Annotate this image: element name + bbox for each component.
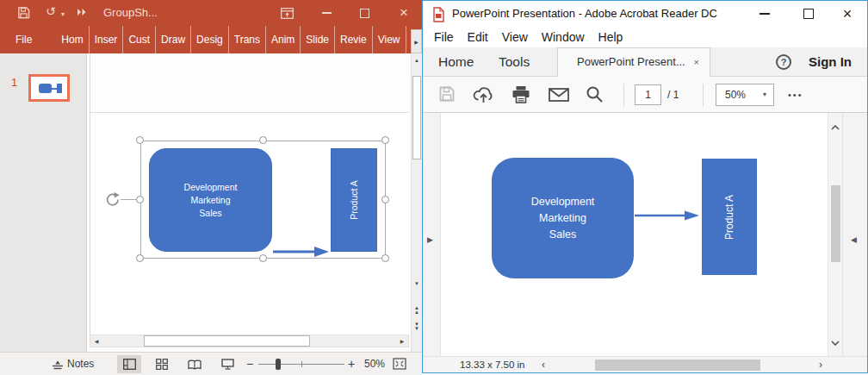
selection-handle-top-right[interactable] [381,136,389,144]
tab-document[interactable]: PowerPoint Present... × [557,47,710,77]
ppt-horizontal-scrollbar[interactable]: ◀ ▶ [90,334,409,347]
ribbon-display-options-icon[interactable] [278,0,295,26]
zoom-dropdown-caret-icon: ▾ [763,84,766,105]
selection-handle-middle-left[interactable] [136,196,144,203]
ppt-ribbon-tabs: File Hom Inser Cust Draw Desig Trans Ani… [0,26,422,53]
zoom-slider-thumb[interactable] [276,359,281,370]
ribbon-tab-view[interactable]: View [372,26,406,53]
zoom-out-button[interactable]: − [246,353,253,375]
cloud-upload-icon[interactable] [473,85,494,107]
selection-handle-bottom-middle[interactable] [259,254,267,262]
acrobat-window-title: PowerPoint Presentation - Adobe Acrobat … [452,1,717,27]
selection-handle-bottom-right[interactable] [381,254,389,262]
notes-icon[interactable] [52,359,64,372]
tab-close-icon[interactable]: × [694,48,699,76]
ribbon-tab-animations[interactable]: Anim [265,26,300,53]
product-shape-rectangle[interactable]: Product A [331,148,377,252]
print-icon[interactable] [512,85,530,107]
tab-tools[interactable]: Tools [499,47,530,77]
tab-document-label: PowerPoint Present... [577,48,685,76]
selection-handle-middle-right[interactable] [381,196,389,203]
pdf-group-shape-line: Marketing [539,210,586,227]
selection-handle-bottom-left[interactable] [136,254,144,262]
ribbon-tab-draw[interactable]: Draw [155,26,190,53]
ribbon-tab-custom[interactable]: Cust [122,26,155,53]
search-icon[interactable] [586,85,604,107]
group-shape-line: Development [184,181,238,194]
acrobat-minimize-button[interactable] [755,1,774,27]
ppt-vertical-scrollbar[interactable]: ▲ ▼ ▲▲ ▼▼ [411,53,422,352]
more-tools-icon[interactable]: ••• [788,77,803,113]
ribbon-tab-home[interactable]: Hom [56,26,88,53]
group-shape-line: Marketing [190,194,230,207]
undo-icon[interactable]: ↺ [46,4,56,18]
notes-button[interactable]: Notes [67,353,94,375]
rotation-handle-icon[interactable] [104,191,121,211]
ribbon-tab-scroll-button[interactable]: ▶ [411,29,422,53]
zoom-dropdown[interactable]: 50% ▾ [716,84,774,106]
undo-dropdown-icon[interactable]: ▾ [61,8,65,22]
slide-top-edge [90,112,409,113]
acrobat-horizontal-scrollbar-thumb[interactable] [595,359,760,371]
acrobat-menubar: File Edit View Window Help [423,27,867,47]
scroll-up-icon[interactable]: ▲ [412,57,422,64]
tab-home[interactable]: Home [438,47,474,77]
ribbon-tab-review[interactable]: Revie [334,26,372,53]
menu-view[interactable]: View [495,27,535,47]
next-slide-icon[interactable]: ▼▼ [412,322,422,331]
acrobat-maximize-button[interactable] [799,1,818,27]
save-icon[interactable] [17,6,30,22]
acrobat-vertical-scrollbar[interactable] [828,113,842,356]
scroll-left-icon[interactable]: ‹ [542,357,545,372]
navigation-pane-toggle-icon[interactable]: ▶ [427,235,433,244]
slide-thumbnail[interactable] [28,74,70,102]
ppt-close-button[interactable]: × [395,0,412,26]
fit-slide-to-window-icon[interactable] [393,358,406,372]
acrobat-vertical-scrollbar-thumb[interactable] [831,185,840,262]
menu-edit[interactable]: Edit [461,27,495,47]
ppt-maximize-button[interactable] [356,0,372,26]
menu-help[interactable]: Help [592,27,630,47]
ribbon-tab-file[interactable]: File [0,26,44,53]
sign-in-button[interactable]: Sign In [809,47,852,77]
page-total-label: / 1 [667,77,679,113]
slide-sorter-view-button[interactable] [150,355,174,373]
scroll-right-icon[interactable]: › [819,357,822,372]
page-number-input[interactable]: 1 [635,84,661,105]
previous-slide-icon[interactable]: ▲▲ [412,306,422,315]
save-icon-disabled[interactable] [438,85,456,106]
ribbon-tab-insert[interactable]: Inser [89,26,123,53]
ribbon-tab-design[interactable]: Desig [190,26,228,53]
ppt-minimize-button[interactable] [319,0,334,26]
selection-handle-top-left[interactable] [136,136,144,144]
scroll-down-icon[interactable] [831,334,840,349]
ppt-horizontal-scrollbar-thumb[interactable] [144,335,310,347]
menu-window[interactable]: Window [535,27,592,47]
reading-view-button[interactable] [183,355,207,373]
normal-view-button[interactable] [117,355,141,373]
pdf-group-shape-rounded-rectangle: Development Marketing Sales [492,158,634,278]
selection-handle-top-middle[interactable] [259,136,267,144]
acrobat-document-area: ▶ Development Marketing Sales Product A [423,113,867,356]
ppt-vertical-scrollbar-thumb[interactable] [412,76,421,159]
connector-arrow[interactable] [273,245,330,262]
ppt-slide-canvas[interactable]: Development Marketing Sales Product A ◀ … [86,53,411,352]
help-icon[interactable]: ? [776,54,791,70]
acrobat-close-button[interactable]: × [838,1,857,27]
ppt-status-bar: Notes − + 50% [0,352,422,375]
menu-file[interactable]: File [427,27,461,47]
ribbon-tab-slideshow[interactable]: Slide [300,26,334,53]
email-icon[interactable] [549,88,569,105]
slideshow-view-button[interactable] [215,355,239,373]
tools-pane-toggle-icon[interactable]: ◀ [851,235,857,244]
scroll-right-icon[interactable]: ▶ [396,335,408,347]
ppt-zoom-level[interactable]: 50% [364,353,385,375]
group-shape-rounded-rectangle[interactable]: Development Marketing Sales [149,148,272,252]
zoom-in-button[interactable]: + [348,353,355,375]
tools-pane-strip: ◀ [842,113,867,356]
scroll-down-icon[interactable]: ▼ [412,280,422,287]
more-commands-icon[interactable] [77,8,87,22]
ribbon-tab-transitions[interactable]: Trans [228,26,265,53]
scroll-left-icon[interactable]: ◀ [90,335,102,347]
scroll-up-icon[interactable] [831,118,840,134]
